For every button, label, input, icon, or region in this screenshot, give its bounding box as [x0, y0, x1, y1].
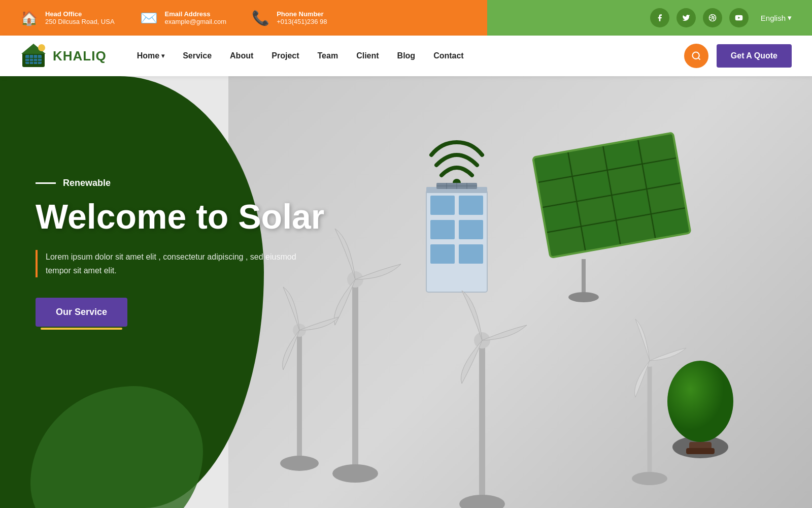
head-office-value: 250 Dilcusa Road, USA: [45, 18, 115, 25]
dribbble-icon[interactable]: [703, 8, 722, 27]
nav-contact-label: Contact: [433, 51, 464, 60]
nav-home-label: Home: [137, 51, 159, 60]
nav-project-label: Project: [272, 51, 299, 60]
nav-home-arrow: ▾: [161, 52, 164, 59]
our-service-button[interactable]: Our Service: [36, 298, 127, 327]
hero-section: Renewable Welcome to Solar Lorem ipsum d…: [0, 76, 812, 508]
top-bar: 🏠 Head Office 250 Dilcusa Road, USA ✉️ E…: [0, 0, 812, 36]
logo-text: KHALIQ: [53, 48, 107, 64]
phone-text: Phone Number +013(451)236 98: [277, 10, 327, 25]
logo-svg: [20, 43, 47, 69]
nav-client[interactable]: Client: [356, 51, 379, 60]
head-office-text: Head Office 250 Dilcusa Road, USA: [45, 10, 115, 25]
hero-tag-text: Renewable: [63, 178, 111, 188]
dropdown-arrow: ▾: [788, 13, 792, 22]
phone-icon: 📞: [252, 10, 269, 26]
email-info: ✉️ Email Address example@gmail.com: [140, 10, 227, 26]
email-icon: ✉️: [140, 10, 158, 26]
hero-content: Renewable Welcome to Solar Lorem ipsum d…: [36, 178, 324, 327]
email-value: example@gmail.com: [165, 18, 227, 25]
top-bar-left: 🏠 Head Office 250 Dilcusa Road, USA ✉️ E…: [0, 10, 630, 26]
nav-about-label: About: [230, 51, 253, 60]
youtube-icon[interactable]: [729, 8, 749, 27]
quote-button[interactable]: Get A Quote: [717, 44, 792, 68]
svg-point-10: [38, 44, 45, 51]
svg-line-12: [698, 58, 700, 60]
phone-info: 📞 Phone Number +013(451)236 98: [252, 10, 327, 26]
hero-tag: Renewable: [36, 178, 324, 188]
nav-client-label: Client: [356, 51, 379, 60]
hero-title: Welcome to Solar: [36, 198, 324, 236]
hero-description: Lorem ipsum dolor sit amet elit , consec…: [36, 250, 299, 277]
home-icon: 🏠: [20, 10, 38, 26]
nav-actions: Get A Quote: [684, 44, 792, 68]
nav-team[interactable]: Team: [318, 51, 339, 60]
language-text: English: [761, 14, 786, 22]
phone-value: +013(451)236 98: [277, 18, 327, 25]
nav-contact[interactable]: Contact: [433, 51, 464, 60]
search-button[interactable]: [684, 44, 708, 68]
nav-about[interactable]: About: [230, 51, 253, 60]
head-office-info: 🏠 Head Office 250 Dilcusa Road, USA: [20, 10, 115, 26]
nav-service[interactable]: Service: [183, 51, 212, 60]
head-office-label: Head Office: [45, 10, 115, 18]
top-bar-right: English ▾: [630, 0, 812, 36]
hero-tag-line: [36, 182, 56, 184]
nav-service-label: Service: [183, 51, 212, 60]
nav-blog-label: Blog: [397, 51, 416, 60]
email-text: Email Address example@gmail.com: [165, 10, 227, 25]
phone-label: Phone Number: [277, 10, 327, 18]
navbar: KHALIQ Home ▾ Service About Project Team…: [0, 36, 812, 76]
nav-links: Home ▾ Service About Project Team Client…: [137, 51, 684, 60]
nav-project[interactable]: Project: [272, 51, 299, 60]
twitter-icon[interactable]: [676, 8, 696, 27]
nav-blog[interactable]: Blog: [397, 51, 416, 60]
nav-home[interactable]: Home ▾: [137, 51, 164, 60]
logo[interactable]: KHALIQ: [20, 43, 107, 69]
search-icon: [691, 51, 701, 61]
language-selector[interactable]: English ▾: [761, 13, 792, 22]
email-label: Email Address: [165, 10, 227, 18]
svg-point-11: [692, 52, 699, 59]
nav-team-label: Team: [318, 51, 339, 60]
facebook-icon[interactable]: [650, 8, 669, 27]
